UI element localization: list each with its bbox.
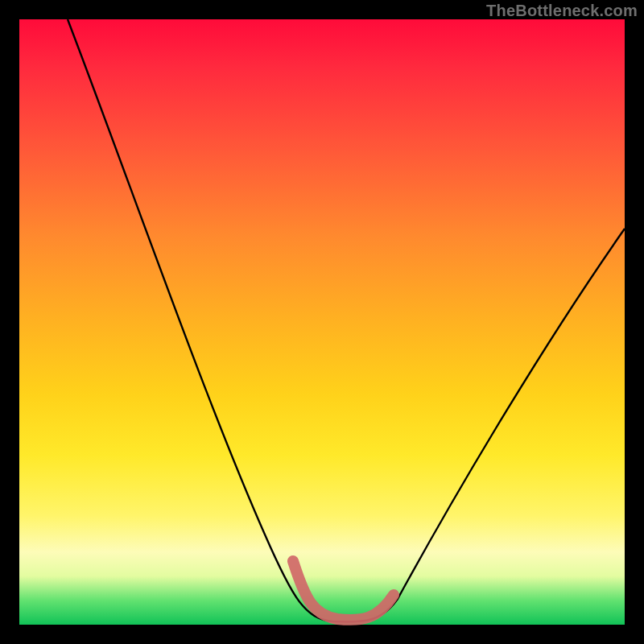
bottleneck-curve <box>68 19 625 622</box>
chart-frame: TheBottleneck.com <box>0 0 644 644</box>
curve-layer <box>19 19 625 625</box>
watermark-text: TheBottleneck.com <box>486 2 638 20</box>
plot-area <box>19 19 625 625</box>
